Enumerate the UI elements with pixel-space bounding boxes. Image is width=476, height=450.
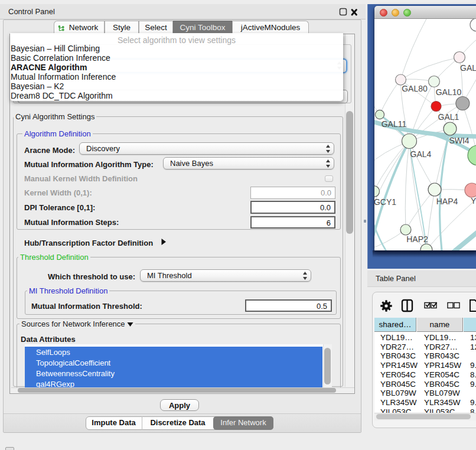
svg-text:GAL11: GAL11 [382, 119, 407, 129]
svg-text:HAP2: HAP2 [406, 234, 428, 244]
svg-text:GAL80: GAL80 [402, 84, 428, 93]
svg-text:GCY1: GCY1 [374, 197, 396, 207]
svg-text:YJ: YJ [471, 196, 476, 206]
svg-text:GAL4: GAL4 [410, 149, 432, 159]
svg-text:GAL7: GAL7 [460, 63, 476, 73]
svg-text:HAP4: HAP4 [436, 197, 458, 206]
svg-text:GAL10: GAL10 [436, 87, 462, 97]
svg-text:SWI4: SWI4 [449, 136, 469, 145]
svg-text:GAL1: GAL1 [438, 112, 459, 122]
